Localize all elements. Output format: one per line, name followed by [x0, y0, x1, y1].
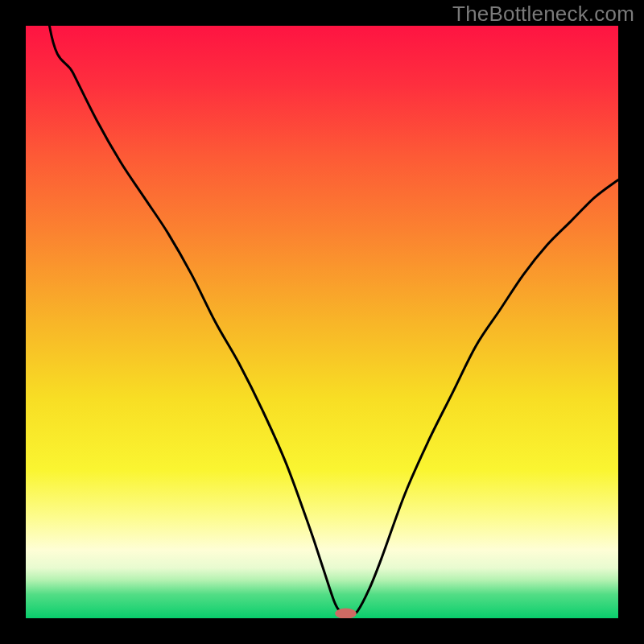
gradient-background — [26, 26, 618, 618]
chart-frame: TheBottleneck.com — [0, 0, 644, 644]
watermark-text: TheBottleneck.com — [452, 2, 634, 27]
bottleneck-chart — [26, 26, 618, 618]
